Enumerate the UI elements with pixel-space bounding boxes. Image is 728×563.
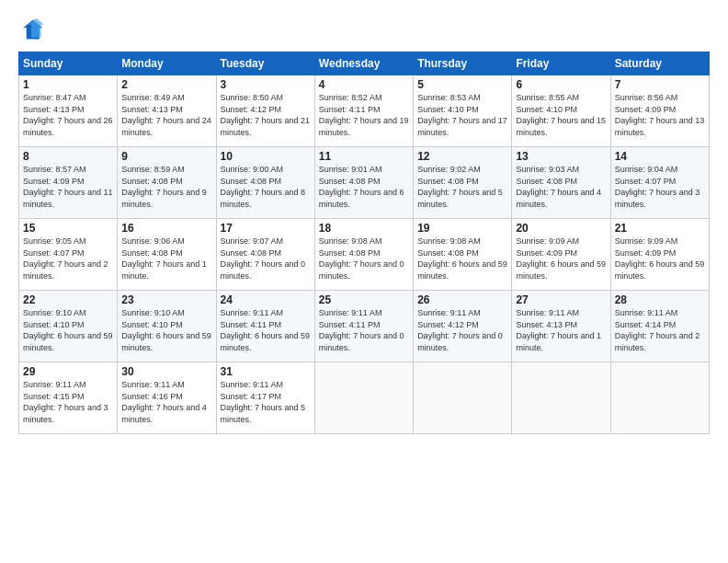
cell-info: Sunrise: 9:11 AMSunset: 4:13 PMDaylight:… [516, 307, 606, 353]
calendar-week-row: 8 Sunrise: 8:57 AMSunset: 4:09 PMDayligh… [19, 147, 710, 219]
cell-info: Sunrise: 9:08 AMSunset: 4:08 PMDaylight:… [319, 236, 409, 282]
table-row: 16 Sunrise: 9:06 AMSunset: 4:08 PMDaylig… [118, 219, 216, 291]
day-number: 26 [417, 293, 507, 306]
calendar-week-row: 29 Sunrise: 9:11 AMSunset: 4:15 PMDaylig… [19, 362, 710, 434]
day-number: 25 [319, 293, 409, 306]
table-row [610, 362, 709, 434]
day-number: 10 [221, 150, 311, 163]
col-wednesday: Wednesday [314, 52, 413, 75]
day-number: 12 [417, 150, 507, 163]
table-row: 18 Sunrise: 9:08 AMSunset: 4:08 PMDaylig… [314, 219, 413, 291]
table-row: 7 Sunrise: 8:56 AMSunset: 4:09 PMDayligh… [610, 75, 709, 147]
day-number: 20 [516, 222, 606, 235]
cell-info: Sunrise: 9:10 AMSunset: 4:10 PMDaylight:… [121, 307, 211, 353]
day-number: 2 [121, 78, 211, 91]
day-number: 24 [221, 293, 311, 306]
col-tuesday: Tuesday [216, 52, 314, 75]
cell-info: Sunrise: 9:01 AMSunset: 4:08 PMDaylight:… [319, 164, 409, 210]
day-number: 19 [417, 222, 507, 235]
table-row [512, 362, 610, 434]
table-row: 11 Sunrise: 9:01 AMSunset: 4:08 PMDaylig… [314, 147, 413, 219]
table-row: 1 Sunrise: 8:47 AMSunset: 4:13 PMDayligh… [19, 75, 118, 147]
day-number: 6 [516, 78, 606, 91]
table-row: 24 Sunrise: 9:11 AMSunset: 4:11 PMDaylig… [216, 291, 314, 362]
day-number: 17 [221, 222, 311, 235]
day-number: 14 [615, 150, 705, 163]
table-row: 21 Sunrise: 9:09 AMSunset: 4:09 PMDaylig… [610, 219, 709, 291]
cell-info: Sunrise: 8:59 AMSunset: 4:08 PMDaylight:… [121, 164, 211, 210]
table-row [314, 362, 413, 434]
day-number: 27 [516, 293, 606, 306]
cell-info: Sunrise: 9:03 AMSunset: 4:08 PMDaylight:… [516, 164, 606, 210]
day-number: 4 [319, 78, 409, 91]
table-row: 20 Sunrise: 9:09 AMSunset: 4:09 PMDaylig… [512, 219, 610, 291]
cell-info: Sunrise: 8:57 AMSunset: 4:09 PMDaylight:… [23, 164, 113, 210]
day-number: 22 [23, 293, 113, 306]
table-row: 15 Sunrise: 9:05 AMSunset: 4:07 PMDaylig… [19, 219, 118, 291]
table-row: 12 Sunrise: 9:02 AMSunset: 4:08 PMDaylig… [414, 147, 512, 219]
col-friday: Friday [512, 52, 610, 75]
table-row: 5 Sunrise: 8:53 AMSunset: 4:10 PMDayligh… [414, 75, 512, 147]
cell-info: Sunrise: 9:08 AMSunset: 4:08 PMDaylight:… [417, 236, 507, 282]
cell-info: Sunrise: 8:56 AMSunset: 4:09 PMDaylight:… [615, 92, 705, 138]
logo [18, 17, 48, 42]
cell-info: Sunrise: 9:11 AMSunset: 4:16 PMDaylight:… [121, 379, 211, 425]
cell-info: Sunrise: 9:11 AMSunset: 4:11 PMDaylight:… [221, 307, 311, 353]
cell-info: Sunrise: 9:06 AMSunset: 4:08 PMDaylight:… [121, 236, 211, 282]
col-saturday: Saturday [610, 52, 709, 75]
day-number: 31 [221, 365, 311, 378]
table-row: 4 Sunrise: 8:52 AMSunset: 4:11 PMDayligh… [314, 75, 413, 147]
cell-info: Sunrise: 9:05 AMSunset: 4:07 PMDaylight:… [23, 236, 113, 282]
cell-info: Sunrise: 9:11 AMSunset: 4:14 PMDaylight:… [615, 307, 705, 353]
logo-icon [18, 17, 44, 42]
table-row: 14 Sunrise: 9:04 AMSunset: 4:07 PMDaylig… [610, 147, 709, 219]
cell-info: Sunrise: 9:02 AMSunset: 4:08 PMDaylight:… [417, 164, 507, 210]
day-number: 15 [23, 222, 113, 235]
cell-info: Sunrise: 8:50 AMSunset: 4:12 PMDaylight:… [221, 92, 311, 138]
day-number: 11 [319, 150, 409, 163]
cell-info: Sunrise: 8:53 AMSunset: 4:10 PMDaylight:… [417, 92, 507, 138]
table-row: 17 Sunrise: 9:07 AMSunset: 4:08 PMDaylig… [216, 219, 314, 291]
table-row: 22 Sunrise: 9:10 AMSunset: 4:10 PMDaylig… [19, 291, 118, 362]
cell-info: Sunrise: 8:47 AMSunset: 4:13 PMDaylight:… [23, 92, 113, 138]
day-number: 3 [221, 78, 311, 91]
table-row: 13 Sunrise: 9:03 AMSunset: 4:08 PMDaylig… [512, 147, 610, 219]
day-number: 8 [23, 150, 113, 163]
day-number: 18 [319, 222, 409, 235]
page: Sunday Monday Tuesday Wednesday Thursday… [0, 0, 728, 563]
table-row: 25 Sunrise: 9:11 AMSunset: 4:11 PMDaylig… [314, 291, 413, 362]
day-number: 1 [23, 78, 113, 91]
day-number: 21 [615, 222, 705, 235]
calendar-week-row: 22 Sunrise: 9:10 AMSunset: 4:10 PMDaylig… [19, 291, 710, 362]
day-number: 16 [121, 222, 211, 235]
table-row: 10 Sunrise: 9:00 AMSunset: 4:08 PMDaylig… [216, 147, 314, 219]
cell-info: Sunrise: 9:04 AMSunset: 4:07 PMDaylight:… [615, 164, 705, 210]
table-row: 26 Sunrise: 9:11 AMSunset: 4:12 PMDaylig… [414, 291, 512, 362]
cell-info: Sunrise: 9:11 AMSunset: 4:17 PMDaylight:… [221, 379, 311, 425]
col-monday: Monday [118, 52, 216, 75]
day-number: 28 [615, 293, 705, 306]
calendar-week-row: 15 Sunrise: 9:05 AMSunset: 4:07 PMDaylig… [19, 219, 710, 291]
day-number: 9 [121, 150, 211, 163]
cell-info: Sunrise: 8:52 AMSunset: 4:11 PMDaylight:… [319, 92, 409, 138]
day-number: 30 [121, 365, 211, 378]
cell-info: Sunrise: 8:55 AMSunset: 4:10 PMDaylight:… [516, 92, 606, 138]
table-row: 8 Sunrise: 8:57 AMSunset: 4:09 PMDayligh… [19, 147, 118, 219]
table-row: 29 Sunrise: 9:11 AMSunset: 4:15 PMDaylig… [19, 362, 118, 434]
day-number: 5 [417, 78, 507, 91]
table-row: 6 Sunrise: 8:55 AMSunset: 4:10 PMDayligh… [512, 75, 610, 147]
cell-info: Sunrise: 9:00 AMSunset: 4:08 PMDaylight:… [221, 164, 311, 210]
calendar-week-row: 1 Sunrise: 8:47 AMSunset: 4:13 PMDayligh… [19, 75, 710, 147]
cell-info: Sunrise: 9:09 AMSunset: 4:09 PMDaylight:… [516, 236, 606, 282]
table-row: 28 Sunrise: 9:11 AMSunset: 4:14 PMDaylig… [610, 291, 709, 362]
calendar-table: Sunday Monday Tuesday Wednesday Thursday… [18, 52, 710, 434]
table-row: 3 Sunrise: 8:50 AMSunset: 4:12 PMDayligh… [216, 75, 314, 147]
table-row: 23 Sunrise: 9:10 AMSunset: 4:10 PMDaylig… [118, 291, 216, 362]
header [18, 17, 710, 42]
cell-info: Sunrise: 9:10 AMSunset: 4:10 PMDaylight:… [23, 307, 113, 353]
day-number: 23 [121, 293, 211, 306]
table-row: 9 Sunrise: 8:59 AMSunset: 4:08 PMDayligh… [118, 147, 216, 219]
table-row [414, 362, 512, 434]
table-row: 19 Sunrise: 9:08 AMSunset: 4:08 PMDaylig… [414, 219, 512, 291]
table-row: 30 Sunrise: 9:11 AMSunset: 4:16 PMDaylig… [118, 362, 216, 434]
